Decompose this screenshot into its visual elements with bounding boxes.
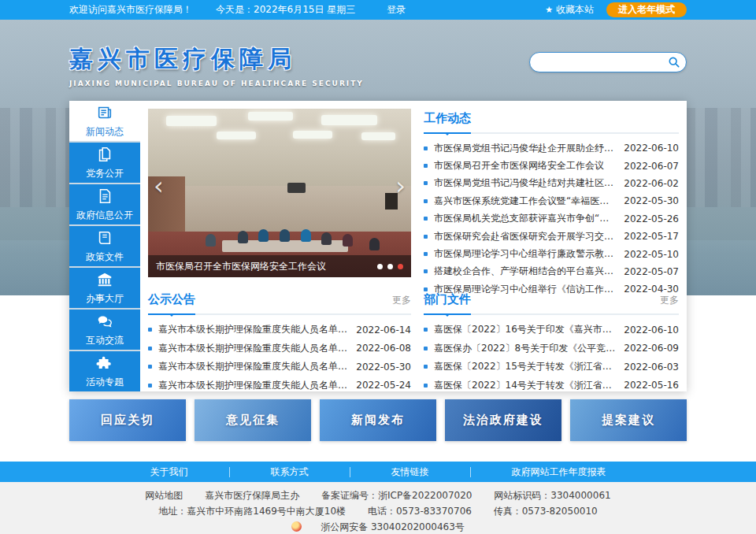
security-record-text[interactable]: 浙公网安备 33040202000463号 xyxy=(321,521,465,532)
banner-news-release[interactable]: 新闻发布 xyxy=(320,399,436,441)
site-title: 嘉兴市医疗保障局 xyxy=(69,43,364,76)
puzzle-icon xyxy=(96,354,113,372)
sidebar-item-service-hall[interactable]: 办事大厅 xyxy=(69,268,140,308)
phone-text: 电话：0573-83370706 xyxy=(368,506,472,517)
sidebar-item-special-topics[interactable]: 活动专题 xyxy=(69,351,140,391)
carousel-dot[interactable] xyxy=(387,264,393,269)
icp-number: 备案证编号：浙ICP备2022007020 xyxy=(321,490,472,501)
list-item: 市医保局机关党总支部获评嘉兴市争创“建设清廉机...2022-05-26 xyxy=(424,210,679,228)
sidebar-item-gov-info[interactable]: 政府信息公开 xyxy=(69,184,140,224)
site-id-number: 网站标识码：3304000061 xyxy=(494,490,610,501)
list-item: 市医保局理论学习中心组举行廉政警示教育专题学习...2022-05-10 xyxy=(424,245,679,262)
section-title[interactable]: 部门文件 xyxy=(424,292,471,315)
top-bar: 欢迎访问嘉兴市医疗保障局！ 今天是：2022年6月15日 星期三 登录 ★收藏本… xyxy=(0,0,756,20)
news-carousel[interactable]: ‹ › 市医保局召开全市医保网络安全工作会议 xyxy=(148,109,411,277)
date-text: 今天是：2022年6月15日 星期三 xyxy=(216,3,355,17)
sidebar-item-interaction[interactable]: 互动交流 xyxy=(69,310,140,350)
list-item: 嘉医保〔2022〕14号关于转发《浙江省医疗保...2022-05-16 xyxy=(424,376,679,395)
list-item: 搭建校企合作、产学研相结合的平台嘉兴市长期护理...2022-05-07 xyxy=(424,263,679,280)
carousel-dot[interactable] xyxy=(377,264,383,269)
star-icon: ★ xyxy=(545,5,553,15)
newspaper-icon xyxy=(96,104,113,121)
sitemap-link[interactable]: 网站地图 xyxy=(145,490,183,501)
copy-pages-icon xyxy=(96,146,113,163)
footer-nav-links[interactable]: 友情链接 xyxy=(350,465,470,479)
footer-nav-about[interactable]: 关于我们 xyxy=(109,465,229,479)
site-subtitle: JIAXING MUNICIPAL BUREAU OF HEALTHCARE S… xyxy=(69,80,364,87)
section-public-notices: 公示公告 更多 嘉兴市本级长期护理保险重度失能人员名单公示（2...2022-0… xyxy=(148,291,411,395)
welcome-text: 欢迎访问嘉兴市医疗保障局！ xyxy=(69,3,192,17)
document-icon xyxy=(96,187,113,205)
more-link[interactable]: 更多 xyxy=(660,294,679,307)
sidebar-item-news[interactable]: 新闻动态 xyxy=(69,101,140,141)
page: 欢迎访问嘉兴市医疗保障局！ 今天是：2022年6月15日 星期三 登录 ★收藏本… xyxy=(0,0,756,534)
section-department-documents: 部门文件 更多 嘉医保〔2022〕16号关于印发《嘉兴市医疗保...2022-0… xyxy=(424,291,679,395)
search-icon[interactable] xyxy=(662,53,686,72)
fax-text: 传真：0573-82050010 xyxy=(494,506,598,517)
banner-proposals[interactable]: 提案建议 xyxy=(570,399,687,441)
list-item: 嘉医保〔2022〕15号关于转发《浙江省医疗保...2022-06-03 xyxy=(424,358,679,376)
host-text: 嘉兴市医疗保障局主办 xyxy=(205,490,299,501)
search-input[interactable] xyxy=(530,57,662,68)
list-item: 嘉兴市本级长期护理保险重度失能人员名单公示（2...2022-06-08 xyxy=(148,339,411,358)
sidebar-item-party-affairs[interactable]: 党务公开 xyxy=(69,143,140,183)
chat-bubbles-icon xyxy=(96,313,113,330)
favorite-link[interactable]: ★收藏本站 xyxy=(545,3,594,17)
national-emblem-icon xyxy=(291,521,302,532)
footer-nav-contact[interactable]: 联系方式 xyxy=(230,465,350,479)
sidebar-item-policy-docs[interactable]: 政策文件 xyxy=(69,226,140,266)
carousel-photo-meeting-room xyxy=(148,109,411,186)
elder-mode-button[interactable]: 进入老年模式 xyxy=(606,2,687,17)
list-item: 市医保局召开全市医保网络安全工作会议2022-06-07 xyxy=(424,157,679,174)
section-work-dynamics: 工作动态 市医保局党组书记冯俊华赴企开展助企纾困活动2022-06-10 市医保… xyxy=(424,110,679,299)
list-item: 市医保局党组书记冯俊华赴企开展助企纾困活动2022-06-10 xyxy=(424,139,679,157)
book-icon xyxy=(96,229,113,247)
main-content-card: 新闻动态 党务公开 政府信息公开 政策文件 办事大厅 互动交流 xyxy=(69,101,687,391)
list-item: 嘉兴市本级长期护理保险重度失能人员名单公示（2...2022-05-30 xyxy=(148,358,411,376)
carousel-caption[interactable]: 市医保局召开全市医保网络安全工作会议 xyxy=(156,260,326,273)
carousel-prev-arrow-icon[interactable]: ‹ xyxy=(154,173,164,198)
banner-respond-concerns[interactable]: 回应关切 xyxy=(69,399,186,441)
section-title[interactable]: 工作动态 xyxy=(424,111,471,134)
login-link[interactable]: 登录 xyxy=(387,3,406,17)
carousel-dots xyxy=(377,264,403,269)
list-item: 市医保研究会赴省医保研究会开展学习交流活动2022-05-17 xyxy=(424,228,679,245)
footer-nav-annual-report[interactable]: 政府网站工作年度报表 xyxy=(471,465,647,479)
footer-nav: 关于我们 联系方式 友情链接 政府网站工作年度报表 xyxy=(0,462,756,482)
banner-law-government[interactable]: 法治政府建设 xyxy=(445,399,561,441)
list-item: 嘉医保办〔2022〕8号关于印发《公平竞争审查...2022-06-09 xyxy=(424,339,679,358)
bank-icon xyxy=(96,271,113,288)
sidebar-nav: 新闻动态 党务公开 政府信息公开 政策文件 办事大厅 互动交流 xyxy=(69,101,140,391)
address-text: 地址：嘉兴市中环南路1469号中南大厦10楼 xyxy=(158,506,346,517)
list-item: 市医保局党组书记冯俊华赴结对共建社区指导全国文...2022-06-02 xyxy=(424,175,679,192)
section-title[interactable]: 公示公告 xyxy=(148,292,195,315)
list-item: 嘉医保〔2022〕16号关于印发《嘉兴市医疗保...2022-06-10 xyxy=(424,321,679,339)
shortcut-banners: 回应关切 意见征集 新闻发布 法治政府建设 提案建议 xyxy=(69,399,687,441)
search-box[interactable] xyxy=(529,52,687,72)
list-item: 嘉兴市本级长期护理保险重度失能人员名单公示（2...2022-05-24 xyxy=(148,376,411,395)
banner-opinion-collection[interactable]: 意见征集 xyxy=(195,399,311,441)
footer: 网站地图 嘉兴市医疗保障局主办 备案证编号：浙ICP备2022007020 网站… xyxy=(0,482,756,534)
list-item: 嘉兴市医保系统党建工作会议暨“幸福医保”党建联...2022-05-30 xyxy=(424,192,679,210)
carousel-next-arrow-icon[interactable]: › xyxy=(395,173,406,198)
more-link[interactable]: 更多 xyxy=(392,294,411,307)
list-item: 嘉兴市本级长期护理保险重度失能人员名单公示（2...2022-06-14 xyxy=(148,321,411,339)
carousel-caption-bar: 市医保局召开全市医保网络安全工作会议 xyxy=(148,255,411,277)
carousel-dot-active[interactable] xyxy=(398,264,403,269)
